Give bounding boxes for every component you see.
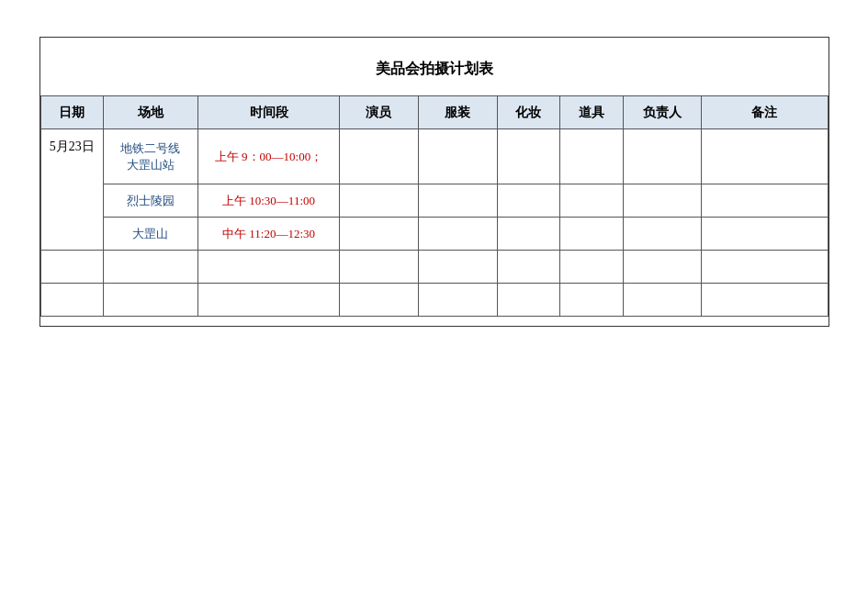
empty-row-1	[40, 251, 828, 284]
venue-cell-3: 大罡山	[104, 218, 198, 251]
empty-costume-2	[418, 284, 497, 317]
empty-venue-1	[104, 251, 198, 284]
empty-time-2	[197, 284, 339, 317]
props-cell-2	[560, 184, 624, 218]
header-timeslot: 时间段	[197, 96, 339, 129]
empty-manager-2	[623, 284, 702, 317]
empty-date-2	[40, 284, 104, 317]
props-cell-1	[560, 129, 624, 184]
empty-actor-1	[340, 251, 419, 284]
time-cell-3: 中午 11:20—12:30	[197, 218, 339, 251]
costume-cell-1	[418, 129, 497, 184]
actor-cell-1	[340, 129, 419, 184]
table-row: 大罡山 中午 11:20—12:30	[40, 218, 828, 251]
header-costume: 服装	[418, 96, 497, 129]
makeup-cell-1	[497, 129, 560, 184]
empty-props-2	[560, 284, 624, 317]
props-cell-3	[560, 218, 624, 251]
header-props: 道具	[560, 96, 624, 129]
table-row: 5月23日 地铁二号线大罡山站 上午 9：00—10:00；	[40, 129, 828, 184]
header-row: 日期 场地 时间段 演员 服装 化妆 道具 负责人 备注	[40, 96, 828, 129]
manager-cell-3	[623, 218, 702, 251]
costume-cell-2	[418, 184, 497, 218]
header-makeup: 化妆	[497, 96, 560, 129]
manager-cell-1	[623, 129, 702, 184]
empty-notes-2	[702, 284, 828, 317]
empty-row-2	[40, 284, 828, 317]
venue-cell-1: 地铁二号线大罡山站	[104, 129, 198, 184]
venue-cell-2: 烈士陵园	[104, 184, 198, 218]
empty-notes-1	[702, 251, 828, 284]
empty-makeup-1	[497, 251, 560, 284]
empty-venue-2	[104, 284, 198, 317]
actor-cell-2	[340, 184, 419, 218]
header-actor: 演员	[340, 96, 419, 129]
date-cell-1: 5月23日	[40, 129, 104, 251]
costume-cell-3	[418, 218, 497, 251]
makeup-cell-2	[497, 184, 560, 218]
header-notes: 备注	[702, 96, 828, 129]
notes-cell-3	[702, 218, 828, 251]
table-title: 美品会拍摄计划表	[40, 47, 829, 95]
empty-time-1	[197, 251, 339, 284]
empty-makeup-2	[497, 284, 560, 317]
makeup-cell-3	[497, 218, 560, 251]
empty-manager-1	[623, 251, 702, 284]
notes-cell-2	[702, 184, 828, 218]
empty-costume-1	[418, 251, 497, 284]
header-date: 日期	[40, 96, 104, 129]
header-manager: 负责人	[623, 96, 702, 129]
empty-actor-2	[340, 284, 419, 317]
empty-date-1	[40, 251, 104, 284]
header-venue: 场地	[104, 96, 198, 129]
schedule-table: 日期 场地 时间段 演员 服装 化妆 道具 负责人 备注 5月23日 地铁二号线…	[40, 95, 829, 317]
manager-cell-2	[623, 184, 702, 218]
actor-cell-3	[340, 218, 419, 251]
empty-props-1	[560, 251, 624, 284]
notes-cell-1	[702, 129, 828, 184]
time-cell-1: 上午 9：00—10:00；	[197, 129, 339, 184]
table-row: 烈士陵园 上午 10:30—11:00	[40, 184, 828, 218]
schedule-container: 美品会拍摄计划表 日期 场地 时间段 演员 服装 化妆 道具 负责人 备注	[39, 37, 829, 327]
time-cell-2: 上午 10:30—11:00	[197, 184, 339, 218]
